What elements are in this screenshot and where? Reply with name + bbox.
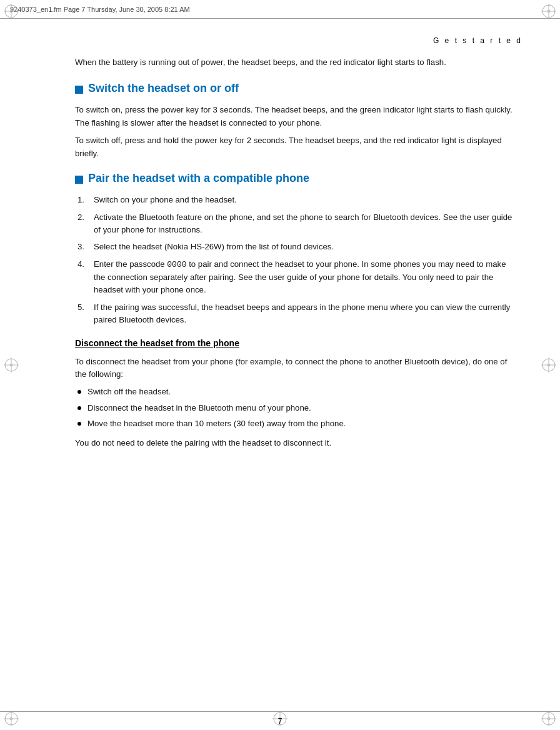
- section1-body: To switch on, press the power key for 3 …: [75, 104, 516, 160]
- bullet-text: Switch off the headset.: [88, 386, 516, 398]
- bullet-icon: [78, 390, 81, 394]
- bullet-icon: [78, 422, 81, 426]
- header-text: 9240373_en1.fm Page 7 Thursday, June 30,…: [10, 6, 190, 13]
- section3-bullet-list: Switch off the headset. Disconnect the h…: [75, 386, 516, 430]
- list-num: 3.: [78, 241, 89, 253]
- crosshair-top-right: [540, 2, 558, 20]
- list-num: 1.: [78, 194, 89, 206]
- list-item: Disconnect the headset in the Bluetooth …: [75, 402, 516, 414]
- list-item: 1. Switch on your phone and the headset.: [75, 194, 516, 206]
- section1-heading: Switch the headset on or off: [75, 80, 516, 98]
- bullet-text: Disconnect the headset in the Bluetooth …: [88, 402, 516, 414]
- crosshair-mid-left: [2, 356, 20, 374]
- section2-heading-text: Pair the headset with a compatible phone: [88, 170, 309, 188]
- crosshair-mid-right: [540, 356, 558, 374]
- section1-bullet-icon: [75, 86, 83, 94]
- section2-bullet-icon: [75, 176, 83, 184]
- section2-heading: Pair the headset with a compatible phone: [75, 170, 516, 188]
- list-content: Switch on your phone and the headset.: [94, 194, 516, 206]
- list-content: Activate the Bluetooth feature on the ph…: [94, 211, 516, 237]
- main-content: When the battery is running out of power…: [75, 56, 516, 699]
- header-bar: 9240373_en1.fm Page 7 Thursday, June 30,…: [0, 0, 560, 19]
- section1-para2: To switch off, press and hold the power …: [75, 134, 516, 160]
- list-content: If the pairing was successful, the heads…: [94, 301, 516, 327]
- section3-intro: To disconnect the headset from your phon…: [75, 356, 516, 381]
- section3-heading: Disconnect the headset from the phone: [75, 337, 516, 351]
- section1-para1: To switch on, press the power key for 3 …: [75, 104, 516, 129]
- list-num: 4.: [78, 258, 89, 297]
- list-content: Enter the passcode 0000 to pair and conn…: [94, 258, 516, 297]
- list-item: Switch off the headset.: [75, 386, 516, 398]
- footer-bar: 7: [0, 711, 560, 730]
- list-item: 5. If the pairing was successful, the he…: [75, 301, 516, 327]
- crosshair-top-left: [2, 2, 20, 20]
- list-item: 2. Activate the Bluetooth feature on the…: [75, 211, 516, 237]
- list-num: 5.: [78, 301, 89, 327]
- section2-list: 1. Switch on your phone and the headset.…: [75, 194, 516, 327]
- list-item: 4. Enter the passcode 0000 to pair and c…: [75, 258, 516, 297]
- section1-heading-text: Switch the headset on or off: [88, 80, 239, 98]
- section3-closing: You do not need to delete the pairing wi…: [75, 437, 516, 449]
- list-content: Select the headset (Nokia HS-26W) from t…: [94, 241, 516, 253]
- chapter-heading: G e t s t a r t e d: [433, 36, 522, 45]
- battery-paragraph: When the battery is running out of power…: [75, 56, 516, 69]
- list-item: Move the headset more than 10 meters (30…: [75, 418, 516, 430]
- bullet-icon: [78, 406, 81, 410]
- list-item: 3. Select the headset (Nokia HS-26W) fro…: [75, 241, 516, 253]
- bullet-text: Move the headset more than 10 meters (30…: [88, 418, 516, 430]
- page-number: 7: [278, 717, 282, 726]
- list-num: 2.: [78, 211, 89, 237]
